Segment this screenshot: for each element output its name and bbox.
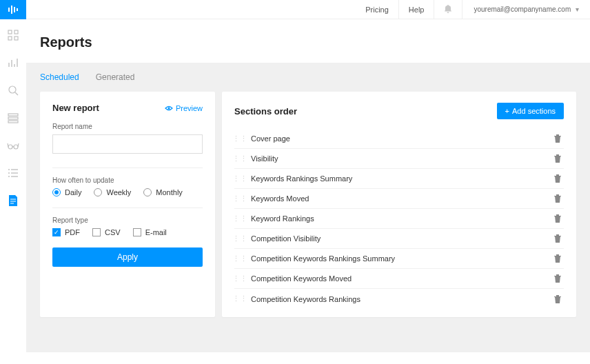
- frequency-weekly[interactable]: Weekly: [94, 188, 131, 196]
- notifications-icon[interactable]: [434, 0, 462, 19]
- svg-rect-15: [8, 117, 18, 119]
- top-header: Pricing Help youremail@companyname.com ▾: [0, 0, 590, 19]
- trash-icon[interactable]: [551, 234, 564, 243]
- update-frequency-label: How often to update: [52, 176, 203, 184]
- section-row: ⋮⋮Keywords Moved: [234, 189, 564, 209]
- section-name: Keyword Rankings: [245, 214, 551, 223]
- type-csv[interactable]: CSV: [92, 228, 121, 236]
- dashboard-icon[interactable]: [7, 29, 19, 41]
- add-sections-label: Add sections: [512, 107, 556, 115]
- analytics-icon[interactable]: [7, 57, 19, 69]
- report-name-input[interactable]: [52, 134, 203, 154]
- preview-link[interactable]: Preview: [165, 104, 203, 112]
- svg-point-17: [8, 145, 12, 149]
- section-row: ⋮⋮Competition Keywords Moved: [234, 269, 564, 289]
- data-icon[interactable]: [7, 112, 19, 124]
- search-icon[interactable]: [7, 84, 19, 97]
- svg-line-13: [15, 92, 18, 95]
- list-icon[interactable]: [7, 167, 19, 179]
- tab-scheduled[interactable]: Scheduled: [40, 72, 79, 82]
- trash-icon[interactable]: [551, 274, 564, 283]
- user-menu[interactable]: youremail@companyname.com ▾: [462, 6, 579, 13]
- eye-icon: [165, 105, 173, 112]
- section-row: ⋮⋮Cover page: [234, 129, 564, 149]
- help-link[interactable]: Help: [399, 0, 435, 19]
- add-sections-button[interactable]: + Add sections: [497, 103, 564, 119]
- new-report-title: New report: [52, 103, 99, 113]
- drag-handle-icon[interactable]: ⋮⋮: [234, 194, 245, 203]
- pricing-link[interactable]: Pricing: [356, 0, 399, 19]
- section-name: Cover page: [245, 134, 551, 143]
- sections-panel: Sections order + Add sections ⋮⋮Cover pa…: [222, 92, 576, 317]
- checkbox-icon: [92, 228, 101, 236]
- trash-icon[interactable]: [551, 174, 564, 183]
- section-name: Competition Visibility: [245, 234, 551, 243]
- section-name: Keywords Rankings Summary: [245, 174, 551, 183]
- svg-point-28: [167, 107, 170, 109]
- svg-rect-4: [8, 30, 12, 34]
- type-email[interactable]: E-mail: [133, 228, 167, 236]
- svg-rect-0: [8, 8, 10, 12]
- svg-point-18: [14, 145, 18, 149]
- svg-rect-14: [8, 114, 18, 116]
- frequency-monthly[interactable]: Monthly: [143, 188, 183, 196]
- drag-handle-icon[interactable]: ⋮⋮: [234, 294, 245, 303]
- section-name: Competition Keywords Moved: [245, 274, 551, 283]
- svg-rect-6: [8, 37, 12, 40]
- drag-handle-icon[interactable]: ⋮⋮: [234, 254, 245, 263]
- user-email: youremail@companyname.com: [474, 6, 571, 13]
- sidebar-nav: [0, 19, 26, 207]
- section-row: ⋮⋮Visibility: [234, 149, 564, 169]
- preview-label: Preview: [176, 104, 203, 112]
- section-row: ⋮⋮Competition Keywords Rankings: [234, 289, 564, 309]
- trash-icon[interactable]: [551, 254, 564, 263]
- radio-icon: [143, 188, 152, 196]
- svg-rect-2: [14, 7, 15, 12]
- svg-rect-1: [11, 6, 12, 14]
- apply-button[interactable]: Apply: [52, 247, 203, 267]
- report-type-label: Report type: [52, 216, 203, 224]
- section-row: ⋮⋮Keyword Rankings: [234, 209, 564, 229]
- section-name: Keywords Moved: [245, 194, 551, 203]
- caret-down-icon: ▾: [576, 6, 579, 13]
- section-name: Competition Keywords Rankings Summary: [245, 254, 551, 263]
- trash-icon[interactable]: [551, 134, 564, 143]
- glasses-icon[interactable]: [7, 139, 19, 152]
- frequency-daily[interactable]: Daily: [52, 188, 81, 196]
- svg-rect-7: [14, 37, 18, 40]
- page-title: Reports: [26, 19, 590, 63]
- sections-title: Sections order: [234, 106, 297, 117]
- section-list: ⋮⋮Cover page ⋮⋮Visibility ⋮⋮Keywords Ran…: [234, 129, 564, 309]
- drag-handle-icon[interactable]: ⋮⋮: [234, 234, 245, 243]
- sidebar: [0, 0, 26, 364]
- new-report-panel: New report Preview Report name How often…: [40, 92, 215, 317]
- trash-icon[interactable]: [551, 214, 564, 223]
- tab-generated[interactable]: Generated: [96, 72, 135, 82]
- reports-icon[interactable]: [7, 194, 19, 207]
- drag-handle-icon[interactable]: ⋮⋮: [234, 214, 245, 223]
- trash-icon[interactable]: [551, 194, 564, 203]
- trash-icon[interactable]: [551, 295, 564, 303]
- main: Reports Scheduled Generated New report P…: [26, 19, 590, 364]
- type-pdf[interactable]: PDF: [52, 228, 80, 236]
- section-row: ⋮⋮Competition Visibility: [234, 229, 564, 249]
- radio-icon: [94, 188, 102, 196]
- tabs: Scheduled Generated: [26, 63, 590, 92]
- svg-rect-16: [8, 121, 18, 123]
- drag-handle-icon[interactable]: ⋮⋮: [234, 174, 245, 183]
- drag-handle-icon[interactable]: ⋮⋮: [234, 134, 245, 143]
- drag-handle-icon[interactable]: ⋮⋮: [234, 274, 245, 283]
- svg-rect-3: [17, 8, 18, 11]
- section-row: ⋮⋮Keywords Rankings Summary: [234, 169, 564, 189]
- trash-icon[interactable]: [551, 154, 564, 163]
- logo[interactable]: [0, 0, 26, 19]
- section-name: Visibility: [245, 154, 551, 163]
- svg-point-12: [9, 86, 16, 93]
- plus-icon: +: [505, 107, 509, 115]
- section-row: ⋮⋮Competition Keywords Rankings Summary: [234, 249, 564, 269]
- checkbox-icon: [52, 228, 61, 236]
- svg-rect-5: [14, 30, 18, 34]
- report-name-label: Report name: [52, 123, 203, 130]
- drag-handle-icon[interactable]: ⋮⋮: [234, 154, 245, 163]
- section-name: Competition Keywords Rankings: [245, 295, 551, 303]
